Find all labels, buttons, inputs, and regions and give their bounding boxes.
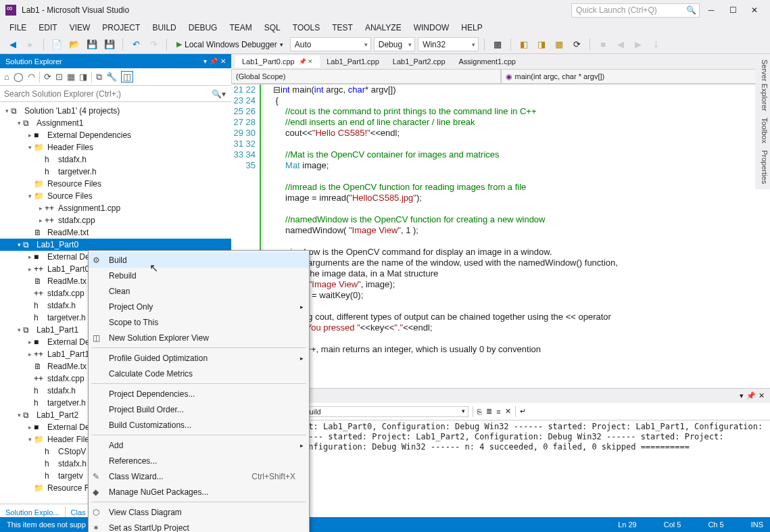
show-icon[interactable]: ▦	[67, 72, 75, 82]
code-area[interactable]: 21 22 23 24 25 26 27 28 29 30 31 32 33 3…	[231, 84, 770, 388]
back-icon[interactable]: ◯	[14, 72, 24, 82]
config-combo-debug[interactable]: Debug	[374, 37, 415, 51]
tree-node[interactable]: ▾⧉Assignment1	[0, 117, 231, 129]
tree-node[interactable]: htargetver.h	[0, 166, 231, 178]
dropdown-icon[interactable]: ▾	[740, 391, 744, 400]
sync-icon[interactable]: ◨	[79, 72, 87, 82]
tree-node[interactable]: 🗎ReadMe.txt	[0, 226, 231, 239]
toolbar-icon[interactable]: ■	[596, 37, 610, 52]
toolbar-icon[interactable]: ◧	[516, 37, 531, 52]
maximize-button[interactable]: ☐	[723, 3, 743, 17]
wrench-icon[interactable]: 🔧	[106, 72, 117, 82]
menu-project[interactable]: PROJECT	[97, 22, 145, 34]
toolbar-icon[interactable]: ◨	[534, 37, 549, 52]
toolbar-icon[interactable]: ▦	[490, 37, 505, 52]
new-project-button[interactable]: 📄	[49, 37, 64, 52]
platform-combo[interactable]: Win32	[418, 37, 479, 51]
ctx-project-build-order-[interactable]: Project Build Order...	[89, 402, 309, 417]
tree-node[interactable]: 📁Resource Files	[0, 178, 231, 190]
pin-icon[interactable]: 📌	[746, 391, 756, 400]
tree-node[interactable]: ▸++stdafx.cpp	[0, 214, 231, 226]
save-button[interactable]: 💾	[85, 37, 99, 52]
toolbar-icon[interactable]: ⎘	[477, 408, 482, 416]
ctx-new-solution-explorer-view[interactable]: ◫New Solution Explorer View	[89, 330, 309, 345]
close-icon[interactable]: ✕	[759, 391, 765, 400]
pin-icon[interactable]: 📌	[210, 57, 218, 65]
ctx-clean[interactable]: Clean	[89, 283, 309, 299]
minimize-button[interactable]: ─	[701, 3, 721, 17]
menu-test[interactable]: TEST	[327, 22, 358, 34]
menu-file[interactable]: FILE	[4, 22, 32, 34]
fwd-icon[interactable]: ◠	[28, 72, 35, 82]
ctx-view-class-diagram[interactable]: ⬡View Class Diagram	[89, 504, 309, 520]
tree-node[interactable]: ▸++Assignment1.cpp	[0, 202, 231, 214]
menu-tools[interactable]: TOOLS	[287, 22, 325, 34]
config-combo-auto[interactable]: Auto	[290, 37, 371, 51]
server-explorer-tab[interactable]: Server Explorer	[756, 59, 769, 111]
tree-node[interactable]: ▾⧉Lab1_Part0	[0, 239, 231, 251]
toolbar-icon[interactable]: ≡	[496, 408, 500, 416]
tree-node[interactable]: ▾📁Header Files	[0, 141, 231, 153]
menu-analyze[interactable]: ANALYZE	[360, 22, 407, 34]
toolbar-icon[interactable]: ▦	[552, 37, 567, 52]
function-combo[interactable]: ◉ main(int argc, char * argv[])	[501, 69, 771, 84]
ctx-set-as-startup-project[interactable]: ✶Set as StartUp Project	[89, 520, 309, 532]
save-all-button[interactable]: 💾	[102, 37, 117, 52]
toolbar-icon[interactable]: ⟳	[569, 37, 584, 52]
toolbar-icon[interactable]: ⤓	[648, 37, 663, 52]
back-button[interactable]: ◀	[5, 37, 20, 52]
menu-help[interactable]: HELP	[456, 22, 487, 34]
menu-build[interactable]: BUILD	[147, 22, 181, 34]
tree-node[interactable]: ▸■External Dependencies	[0, 129, 231, 141]
home-icon[interactable]: ⌂	[4, 72, 9, 82]
refresh-icon[interactable]: ⟳	[44, 72, 51, 82]
quick-launch-input[interactable]: Quick Launch (Ctrl+Q) 🔍	[571, 3, 700, 18]
start-debugger-button[interactable]: ▶ Local Windows Debugger ▾	[172, 40, 287, 49]
toolbar-icon[interactable]: ↵	[520, 407, 526, 416]
toolbar-icon[interactable]: ≣	[486, 407, 492, 416]
menu-debug[interactable]: DEBUG	[183, 22, 223, 34]
ctx-project-only[interactable]: Project Only▸	[89, 299, 309, 314]
close-button[interactable]: ✕	[744, 3, 765, 17]
ctx-calculate-code-metrics[interactable]: Calculate Code Metrics	[89, 366, 309, 381]
scope-combo[interactable]: (Global Scope)	[231, 69, 501, 84]
ctx-manage-nuget-packages-[interactable]: ◆Manage NuGet Packages...	[89, 484, 309, 500]
editor-tab[interactable]: Lab1_Part2.cpp	[386, 55, 452, 68]
menu-team[interactable]: TEAM	[224, 22, 257, 34]
tab-solution-explorer[interactable]: Solution Explo...	[0, 506, 66, 518]
properties-tab[interactable]: Properties	[756, 150, 769, 184]
undo-button[interactable]: ↶	[128, 37, 143, 52]
ctx-add[interactable]: Add▸	[89, 437, 309, 453]
toolbar-icon[interactable]: ◀	[613, 37, 628, 52]
dropdown-icon[interactable]: ▾	[203, 57, 207, 65]
ctx-project-dependencies-[interactable]: Project Dependencies...	[89, 386, 309, 402]
solution-search[interactable]: 🔍▾	[0, 86, 231, 102]
props-icon[interactable]: ⧉	[96, 72, 102, 82]
ctx-class-wizard-[interactable]: ✎Class Wizard...Ctrl+Shift+X	[89, 468, 309, 484]
menu-sql[interactable]: SQL	[259, 22, 286, 34]
editor-tab[interactable]: Lab1_Part1.cpp	[320, 55, 386, 68]
output-from-combo[interactable]: Build	[299, 406, 468, 417]
ctx-profile-guided-optimization[interactable]: Profile Guided Optimization▸	[89, 350, 309, 366]
toolbox-tab[interactable]: Toolbox	[756, 118, 769, 143]
close-icon[interactable]: ✕	[220, 57, 226, 65]
editor-tab[interactable]: Lab1_Part0.cpp 📌 ✕	[235, 55, 320, 68]
editor-tab[interactable]: Assignment1.cpp	[452, 55, 523, 68]
toolbar-icon[interactable]: ▶	[631, 37, 646, 52]
menu-edit[interactable]: EDIT	[33, 22, 62, 34]
menu-view[interactable]: VIEW	[64, 22, 96, 34]
collapse-icon[interactable]: ⊡	[55, 72, 63, 82]
ctx-build-customizations-[interactable]: Build Customizations...	[89, 417, 309, 433]
fwd-button[interactable]: ▸	[23, 37, 38, 52]
ctx-references-[interactable]: References...	[89, 453, 309, 468]
toolbar-icon[interactable]: ✕	[505, 407, 511, 416]
ctx-scope-to-this[interactable]: Scope to This	[89, 314, 309, 330]
ctx-rebuild[interactable]: Rebuild	[89, 268, 309, 283]
toggle-icon[interactable]: ◫	[121, 71, 133, 82]
tree-node[interactable]: ▾📁Source Files	[0, 190, 231, 202]
ctx-build[interactable]: ⚙Build	[89, 252, 309, 268]
open-button[interactable]: 📂	[67, 37, 82, 52]
redo-button[interactable]: ↷	[146, 37, 161, 52]
tree-node[interactable]: hstdafx.h	[0, 153, 231, 166]
menu-window[interactable]: WINDOW	[408, 22, 455, 34]
